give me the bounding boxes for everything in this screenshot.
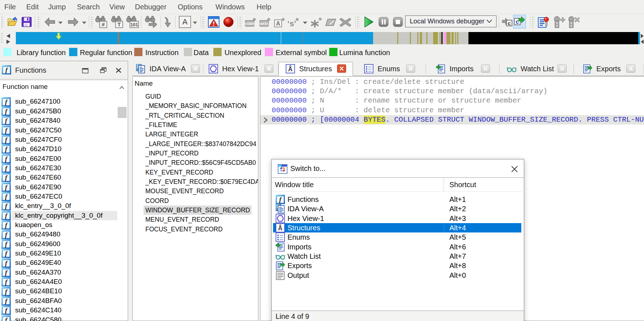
svg-text:101: 101 [130, 22, 138, 27]
svg-text:c: c [508, 20, 511, 26]
svg-text:‘s’: ‘s’ [287, 19, 296, 28]
svg-text:DATA: DATA [260, 22, 269, 26]
svg-text:T: T [117, 21, 121, 27]
svg-text:CODE: CODE [245, 22, 254, 26]
svg-text:A: A [276, 21, 280, 27]
svg-text:#: # [102, 21, 105, 27]
